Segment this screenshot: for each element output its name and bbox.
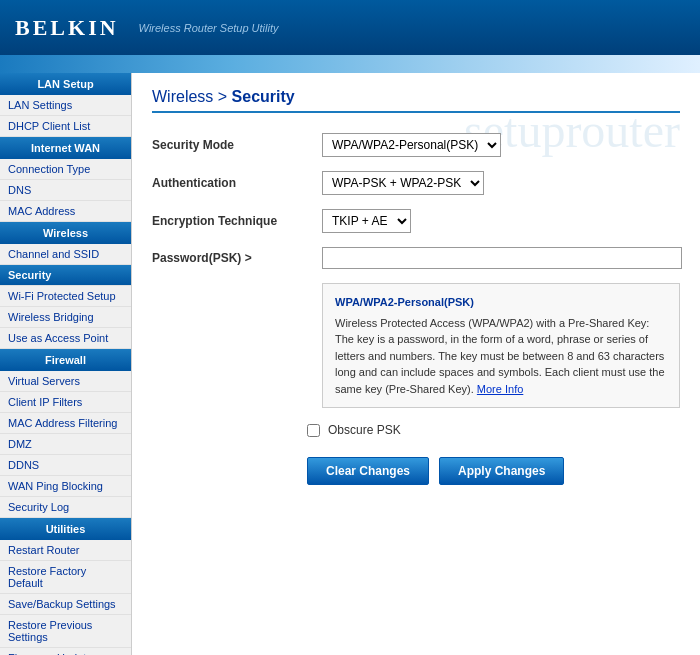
password-row: Password(PSK) > [152, 247, 680, 269]
sidebar-item-restore-factory-default[interactable]: Restore Factory Default [0, 561, 131, 594]
sidebar-section-internet-wan: Internet WAN [0, 137, 131, 159]
clear-changes-button[interactable]: Clear Changes [307, 457, 429, 485]
more-info-link[interactable]: More Info [477, 383, 523, 395]
obscure-psk-label: Obscure PSK [328, 423, 401, 437]
sidebar: LAN Setup LAN Settings DHCP Client List … [0, 73, 132, 655]
sidebar-item-restore-previous-settings[interactable]: Restore Previous Settings [0, 615, 131, 648]
authentication-row: Authentication WPA-PSK + WPA2-PSK WPA2-P… [152, 171, 680, 195]
header-subtitle: Wireless Router Setup Utility [139, 22, 279, 34]
sidebar-item-connection-type[interactable]: Connection Type [0, 159, 131, 180]
header: BELKIN Wireless Router Setup Utility [0, 0, 700, 55]
sidebar-item-dns[interactable]: DNS [0, 180, 131, 201]
sidebar-item-use-as-access-point[interactable]: Use as Access Point [0, 328, 131, 349]
sidebar-item-lan-settings[interactable]: LAN Settings [0, 95, 131, 116]
sidebar-item-mac-address[interactable]: MAC Address [0, 201, 131, 222]
sidebar-item-channel-ssid[interactable]: Channel and SSID [0, 244, 131, 265]
sidebar-item-wifi-protected-setup[interactable]: Wi-Fi Protected Setup [0, 286, 131, 307]
sidebar-item-ddns[interactable]: DDNS [0, 455, 131, 476]
content-inner: Wireless > Wireless > SecuritySecurity S… [132, 73, 700, 500]
apply-changes-button[interactable]: Apply Changes [439, 457, 564, 485]
wave-bar [0, 55, 700, 73]
encryption-select[interactable]: TKIP + AE TKIP AES [322, 209, 411, 233]
authentication-label: Authentication [152, 176, 322, 190]
sidebar-section-wireless: Wireless [0, 222, 131, 244]
info-title: WPA/WPA2-Personal(PSK) [335, 294, 667, 311]
security-mode-control: WPA/WPA2-Personal(PSK) WPA2-Personal(PSK… [322, 133, 501, 157]
sidebar-item-dmz[interactable]: DMZ [0, 434, 131, 455]
authentication-select[interactable]: WPA-PSK + WPA2-PSK WPA2-PSK WPA-PSK [322, 171, 484, 195]
sidebar-item-firmware-update[interactable]: Firmware Update [0, 648, 131, 655]
encryption-row: Encryption Technique TKIP + AE TKIP AES [152, 209, 680, 233]
sidebar-item-dhcp-client-list[interactable]: DHCP Client List [0, 116, 131, 137]
security-mode-row: Security Mode WPA/WPA2-Personal(PSK) WPA… [152, 133, 680, 157]
sidebar-item-mac-address-filtering[interactable]: MAC Address Filtering [0, 413, 131, 434]
button-row: Clear Changes Apply Changes [307, 457, 680, 485]
encryption-control: TKIP + AE TKIP AES [322, 209, 411, 233]
sidebar-item-client-ip-filters[interactable]: Client IP Filters [0, 392, 131, 413]
security-mode-label: Security Mode [152, 138, 322, 152]
sidebar-item-security-log[interactable]: Security Log [0, 497, 131, 518]
belkin-logo: BELKIN [15, 15, 119, 41]
password-control [322, 247, 682, 269]
page-title: Wireless > Wireless > SecuritySecurity [152, 88, 680, 113]
security-mode-select[interactable]: WPA/WPA2-Personal(PSK) WPA2-Personal(PSK… [322, 133, 501, 157]
obscure-psk-checkbox[interactable] [307, 424, 320, 437]
sidebar-item-wireless-bridging[interactable]: Wireless Bridging [0, 307, 131, 328]
sidebar-item-wan-ping-blocking[interactable]: WAN Ping Blocking [0, 476, 131, 497]
sidebar-item-restart-router[interactable]: Restart Router [0, 540, 131, 561]
password-input[interactable] [322, 247, 682, 269]
main-layout: LAN Setup LAN Settings DHCP Client List … [0, 73, 700, 655]
sidebar-item-security[interactable]: Security [0, 265, 131, 286]
content-area: setuprouter Wireless > Wireless > Securi… [132, 73, 700, 655]
info-box: WPA/WPA2-Personal(PSK) Wireless Protecte… [322, 283, 680, 408]
password-label: Password(PSK) > [152, 251, 322, 265]
sidebar-section-lan: LAN Setup [0, 73, 131, 95]
authentication-control: WPA-PSK + WPA2-PSK WPA2-PSK WPA-PSK [322, 171, 484, 195]
encryption-label: Encryption Technique [152, 214, 322, 228]
sidebar-item-virtual-servers[interactable]: Virtual Servers [0, 371, 131, 392]
obscure-row: Obscure PSK [307, 423, 680, 437]
sidebar-section-utilities: Utilities [0, 518, 131, 540]
sidebar-item-save-backup-settings[interactable]: Save/Backup Settings [0, 594, 131, 615]
sidebar-section-firewall: Firewall [0, 349, 131, 371]
